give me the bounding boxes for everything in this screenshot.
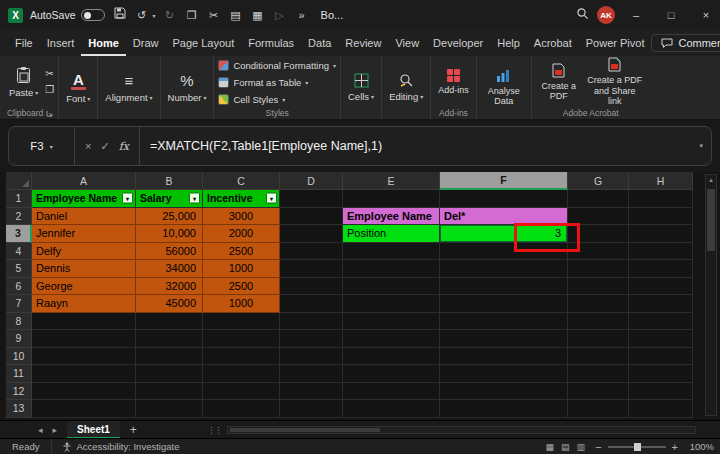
cells-button[interactable]: Cells▾ (345, 71, 377, 104)
cell-G6[interactable] (568, 278, 629, 296)
cell-F11[interactable] (440, 365, 568, 383)
cell-F1[interactable] (440, 190, 568, 208)
scroll-up-icon[interactable]: ▴ (706, 176, 716, 184)
create-pdf-share-button[interactable]: Create a PDF and Share link (584, 55, 646, 108)
cell-H12[interactable] (629, 383, 693, 401)
cell-D12[interactable] (280, 383, 343, 401)
cell-H9[interactable] (629, 330, 693, 348)
row-header-8[interactable]: 8 (6, 313, 32, 331)
close-button[interactable]: × (692, 0, 720, 30)
cell-F12[interactable] (440, 383, 568, 401)
cell-E7[interactable] (343, 295, 440, 313)
cell-D5[interactable] (280, 260, 343, 278)
cell-C13[interactable] (203, 400, 280, 418)
document-title[interactable]: Bo... (321, 9, 344, 21)
cell-H10[interactable] (629, 348, 693, 366)
cell-C4[interactable]: 2500 (203, 243, 280, 261)
cell-E12[interactable] (343, 383, 440, 401)
cell-G12[interactable] (568, 383, 629, 401)
tab-review[interactable]: Review (338, 30, 388, 56)
cell-G13[interactable] (568, 400, 629, 418)
cell-B10[interactable] (136, 348, 203, 366)
cell-H13[interactable] (629, 400, 693, 418)
tab-home[interactable]: Home (81, 30, 126, 56)
cell-F9[interactable] (440, 330, 568, 348)
cell-G8[interactable] (568, 313, 629, 331)
cell-styles-button[interactable]: Cell Styles ▾ (218, 92, 336, 107)
formula-input[interactable]: =XMATCH(F2,Table1[Employee Name],1) (140, 127, 692, 165)
table-icon[interactable]: ▦ (250, 7, 266, 23)
cell-H8[interactable] (629, 313, 693, 331)
cell-G10[interactable] (568, 348, 629, 366)
cut-button[interactable]: ✂ (45, 69, 54, 79)
cell-C8[interactable] (203, 313, 280, 331)
page-break-view-icon[interactable]: ▥ (577, 442, 586, 452)
cell-G1[interactable] (568, 190, 629, 208)
cell-A3[interactable]: Jennifer (32, 225, 136, 243)
cell-B2[interactable]: 25,000 (136, 208, 203, 226)
cell-B4[interactable]: 56000 (136, 243, 203, 261)
filter-dropdown-icon[interactable]: ▾ (122, 193, 133, 204)
maximize-button[interactable]: □ (657, 0, 685, 30)
cell-G11[interactable] (568, 365, 629, 383)
filter-dropdown-icon[interactable]: ▾ (189, 193, 200, 204)
tab-page-layout[interactable]: Page Layout (165, 30, 241, 56)
cell-A1[interactable]: Employee Name▾ (32, 190, 136, 208)
select-all-corner[interactable] (6, 172, 32, 190)
comments-button[interactable]: Comments (651, 34, 720, 52)
cell-B13[interactable] (136, 400, 203, 418)
cell-E9[interactable] (343, 330, 440, 348)
new-document-icon[interactable]: ▤ (228, 7, 244, 23)
cell-A2[interactable]: Daniel (32, 208, 136, 226)
cell-E5[interactable] (343, 260, 440, 278)
cell-F5[interactable] (440, 260, 568, 278)
cell-B12[interactable] (136, 383, 203, 401)
cell-D2[interactable] (280, 208, 343, 226)
row-header-3[interactable]: 3 (6, 225, 32, 243)
cell-H2[interactable] (629, 208, 693, 226)
copy-button[interactable]: ❐ (45, 85, 54, 95)
row-header-12[interactable]: 12 (6, 383, 32, 401)
cell-H11[interactable] (629, 365, 693, 383)
autosave-control[interactable]: AutoSave (30, 9, 105, 21)
cell-C11[interactable] (203, 365, 280, 383)
tab-scroll-split-handle[interactable]: ⋮⋮ (207, 425, 221, 435)
cell-D7[interactable] (280, 295, 343, 313)
zoom-slider-thumb[interactable] (634, 443, 641, 451)
cell-G7[interactable] (568, 295, 629, 313)
cell-E1[interactable] (343, 190, 440, 208)
conditional-formatting-button[interactable]: Conditional Formatting ▾ (218, 58, 336, 73)
row-header-6[interactable]: 6 (6, 278, 32, 296)
cell-C1[interactable]: Incentive▾ (203, 190, 280, 208)
cell-H6[interactable] (629, 278, 693, 296)
col-header-E[interactable]: E (343, 172, 440, 190)
cell-D4[interactable] (280, 243, 343, 261)
cell-C12[interactable] (203, 383, 280, 401)
editing-button[interactable]: Editing▾ (386, 71, 426, 104)
col-header-C[interactable]: C (203, 172, 280, 190)
tab-insert[interactable]: Insert (40, 30, 82, 56)
horizontal-scrollbar[interactable] (227, 426, 696, 434)
format-as-table-button[interactable]: Format as Table ▾ (218, 75, 336, 90)
filter-dropdown-icon[interactable]: ▾ (266, 193, 277, 204)
sheet-nav-left-icon[interactable]: ◂ (38, 425, 43, 435)
col-header-B[interactable]: B (136, 172, 203, 190)
cell-D10[interactable] (280, 348, 343, 366)
accessibility-status[interactable]: Accessibility: Investigate (52, 441, 189, 452)
alignment-button[interactable]: ≡ Alignment▾ (102, 71, 155, 105)
col-header-D[interactable]: D (280, 172, 343, 190)
cell-D3[interactable] (280, 225, 343, 243)
cell-D1[interactable] (280, 190, 343, 208)
cell-C6[interactable]: 2500 (203, 278, 280, 296)
cell-A11[interactable] (32, 365, 136, 383)
cell-F10[interactable] (440, 348, 568, 366)
zoom-out-button[interactable]: − (595, 441, 601, 453)
row-header-13[interactable]: 13 (6, 400, 32, 418)
undo-icon[interactable]: ↺ (134, 7, 150, 23)
cell-A9[interactable] (32, 330, 136, 348)
toolbar-overflow-icon[interactable]: » (294, 7, 310, 23)
row-header-10[interactable]: 10 (6, 348, 32, 366)
cell-G9[interactable] (568, 330, 629, 348)
row-header-4[interactable]: 4 (6, 243, 32, 261)
cell-E8[interactable] (343, 313, 440, 331)
